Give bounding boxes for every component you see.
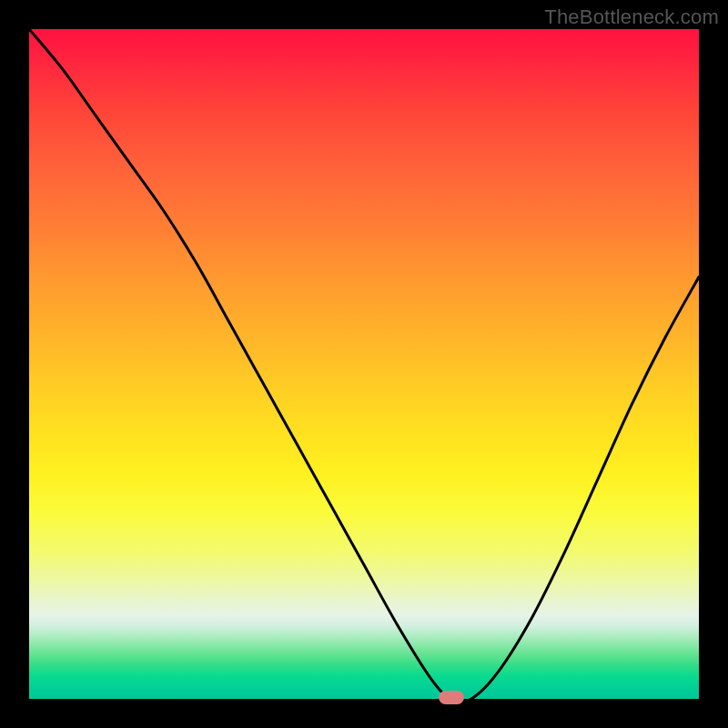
- bottleneck-curve: [29, 29, 699, 699]
- optimal-marker: [439, 691, 464, 704]
- chart-frame: TheBottleneck.com: [0, 0, 728, 728]
- watermark-text: TheBottleneck.com: [544, 5, 719, 29]
